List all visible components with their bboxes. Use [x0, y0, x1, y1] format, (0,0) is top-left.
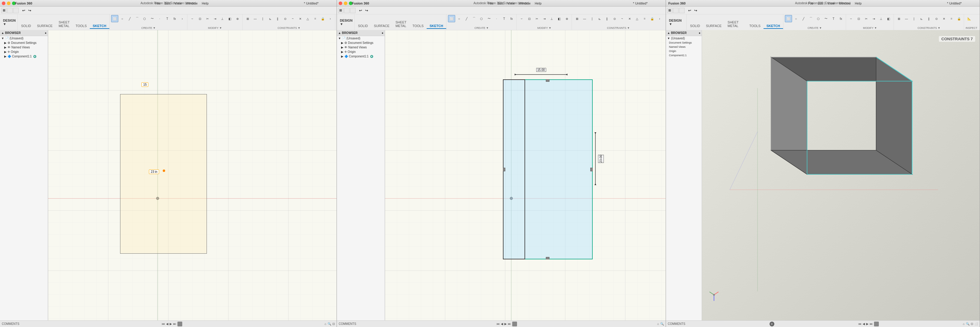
coin-btn-1[interactable]: ✕: [297, 15, 304, 22]
text-btn-3[interactable]: T: [830, 15, 837, 22]
undo-btn-1[interactable]: ↩: [21, 8, 26, 13]
fix-btn-2[interactable]: ⊠: [573, 15, 581, 22]
perp-btn-3[interactable]: ⊾: [918, 15, 925, 22]
sym-btn-1[interactable]: 🔒: [319, 15, 326, 22]
line-btn-1[interactable]: ╱: [126, 15, 133, 22]
lock-btn-2[interactable]: ›: [656, 15, 663, 22]
spline-btn-3[interactable]: 〜: [822, 15, 830, 22]
perp-btn-2[interactable]: ⊾: [596, 15, 603, 22]
tab-surface-3[interactable]: SURFACE: [703, 24, 724, 29]
coin-btn-2[interactable]: ✕: [626, 15, 633, 22]
trim-btn-2[interactable]: ✂: [533, 15, 541, 22]
circle-btn-3[interactable]: ○: [792, 15, 800, 22]
vert-btn-2[interactable]: |: [589, 15, 596, 22]
midp-btn-1[interactable]: △: [304, 15, 311, 22]
btn2-3[interactable]: [673, 8, 679, 13]
play-btn-3[interactable]: ⏮: [858, 322, 861, 325]
undo-btn-3[interactable]: ↩: [687, 8, 692, 13]
inspect-btn-3[interactable]: 📐: [966, 15, 973, 22]
tab-tools-2[interactable]: TOOLS: [409, 24, 426, 29]
undo-btn-2[interactable]: ↩: [358, 8, 363, 13]
point-btn-2[interactable]: ·: [493, 15, 500, 22]
browser-namedviews-1[interactable]: ▶ 👁 Named Views: [0, 45, 48, 49]
tab-sketch-1[interactable]: SKETCH: [90, 24, 109, 29]
fx-btn-3[interactable]: fx: [837, 15, 845, 22]
timeline-icon-1[interactable]: [177, 322, 182, 326]
circle-btn-2[interactable]: ○: [455, 15, 463, 22]
prev-btn-2[interactable]: ◀: [501, 322, 503, 325]
mirror-btn-3[interactable]: ◧: [885, 15, 892, 22]
tang-btn-1[interactable]: ⊙: [282, 15, 289, 22]
grid-btn-1[interactable]: ⊞: [1, 8, 6, 13]
arc-btn-1[interactable]: ⌒: [134, 15, 141, 22]
canvas-1[interactable]: 15 23 in: [48, 30, 337, 321]
rect-btn-3[interactable]: ⬜: [785, 15, 792, 22]
circpat-btn-1[interactable]: ⊛: [234, 15, 241, 22]
next-btn-3[interactable]: ▶: [866, 322, 869, 325]
prev-btn-1[interactable]: ◀: [166, 322, 169, 325]
play-btn-2[interactable]: ⏮: [496, 322, 500, 325]
close-button-1[interactable]: [2, 2, 5, 5]
extend-btn-3[interactable]: ⇥: [870, 15, 877, 22]
end-btn-1[interactable]: ⏭: [173, 322, 176, 325]
tab-surface-1[interactable]: SURFACE: [34, 24, 56, 29]
end-btn-2[interactable]: ⏭: [508, 322, 511, 325]
fx-btn-1[interactable]: fx: [171, 15, 178, 22]
para-btn-1[interactable]: ∥: [274, 15, 281, 22]
tab-solid-1[interactable]: SOLID: [18, 24, 34, 29]
horiz-btn-2[interactable]: —: [581, 15, 588, 22]
canvas-3d-3[interactable]: CONSTRAINTS 7: [702, 30, 980, 321]
tab-sheetmetal-2[interactable]: SHEET METAL: [393, 20, 409, 29]
mirror-btn-2[interactable]: ◧: [556, 15, 563, 22]
rect-btn-1[interactable]: ⬜: [111, 15, 118, 22]
fit-btn-3[interactable]: ⊡: [971, 322, 973, 325]
zoom-btn-1[interactable]: 🔍: [328, 322, 331, 325]
offset-btn-2[interactable]: ⊡: [526, 15, 533, 22]
arc-btn-2[interactable]: ⌒: [471, 15, 478, 22]
browser-origin-1[interactable]: ▶ ✛ Origin: [0, 49, 48, 54]
home-btn-3[interactable]: ⌂: [963, 322, 965, 325]
mirror-btn-1[interactable]: ◧: [226, 15, 234, 22]
home-btn-1[interactable]: ⌂: [325, 322, 326, 325]
browser-docsettings-2[interactable]: ▶ ⚙ Document Settings: [337, 41, 385, 45]
text-btn-2[interactable]: T: [501, 15, 508, 22]
para-btn-3[interactable]: ∥: [925, 15, 932, 22]
browser-docsettings-3[interactable]: Document Settings: [666, 41, 702, 45]
spline-btn-1[interactable]: 〜: [149, 15, 156, 22]
tab-surface-2[interactable]: SURFACE: [371, 24, 393, 29]
grid-btn-2[interactable]: ⊞: [338, 8, 344, 13]
tab-sketch-3[interactable]: SKETCH: [764, 24, 783, 29]
disp-btn-3[interactable]: ⬜: [974, 322, 978, 325]
next-btn-2[interactable]: ▶: [504, 322, 507, 325]
fit-btn-1[interactable]: ⊡: [332, 322, 335, 325]
menu-help-3[interactable]: Help: [855, 2, 862, 5]
vert-btn-3[interactable]: |: [910, 15, 918, 22]
btn3-2[interactable]: [350, 8, 355, 13]
tab-solid-2[interactable]: SOLID: [355, 24, 371, 29]
design-dropdown-3[interactable]: DESIGN ▼: [667, 14, 687, 30]
rect-btn-2[interactable]: ⬜: [448, 15, 455, 22]
more-btn-1[interactable]: ›: [179, 15, 186, 22]
dim-label-23-1[interactable]: 23 in: [149, 169, 159, 174]
fx-btn-2[interactable]: fx: [508, 15, 515, 22]
browser-unsaved-2[interactable]: ▼ 📄 (Unsaved): [337, 36, 385, 41]
arc-btn-3[interactable]: ⌒: [807, 15, 815, 22]
midp-btn-2[interactable]: △: [633, 15, 641, 22]
timeline-icon-2[interactable]: [512, 322, 517, 326]
browser-unsaved-3[interactable]: ▼ (Unsaved): [666, 36, 702, 41]
tab-tools-3[interactable]: TOOLS: [746, 24, 764, 29]
canvas-2[interactable]: 15.00 23.00: [385, 30, 666, 321]
extend-btn-1[interactable]: ⇥: [212, 15, 219, 22]
redo-btn-3[interactable]: ↪: [693, 8, 698, 13]
fix-btn-1[interactable]: ⊠: [244, 15, 251, 22]
line-btn-3[interactable]: ╱: [800, 15, 807, 22]
redo-btn-1[interactable]: ↪: [27, 8, 32, 13]
para-btn-2[interactable]: ∥: [603, 15, 611, 22]
smooth-btn-2[interactable]: ~: [619, 15, 626, 22]
equal-btn-2[interactable]: =: [641, 15, 648, 22]
circle-btn-1[interactable]: ○: [119, 15, 126, 22]
end-btn-3[interactable]: ⏭: [870, 322, 873, 325]
equal-btn-1[interactable]: =: [312, 15, 319, 22]
min-button-1[interactable]: [7, 2, 11, 5]
next-btn-1[interactable]: ▶: [170, 322, 172, 325]
